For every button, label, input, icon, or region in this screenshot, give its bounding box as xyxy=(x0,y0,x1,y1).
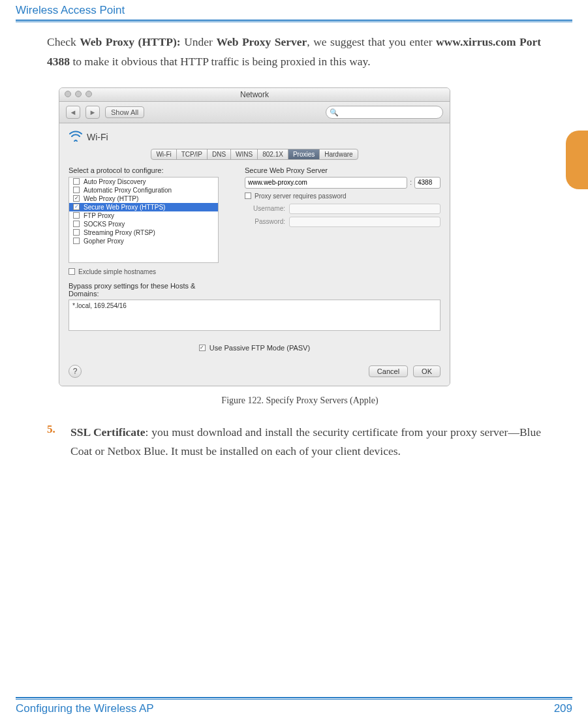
intro-bold1: Web Proxy (HTTP): xyxy=(80,35,181,48)
server-column: Secure Web Proxy Server : Proxy server r… xyxy=(245,166,441,298)
protocol-item[interactable]: SOCKS Proxy xyxy=(69,220,218,228)
requires-password-row[interactable]: Proxy server requires password xyxy=(245,193,441,200)
close-icon[interactable] xyxy=(65,91,71,97)
show-all-button[interactable]: Show All xyxy=(105,106,144,118)
protocol-item[interactable]: Gopher Proxy xyxy=(69,237,218,245)
page-content: Check Web Proxy (HTTP): Under Web Proxy … xyxy=(0,22,588,461)
config-columns: Select a protocol to configure: Auto Pro… xyxy=(69,166,441,298)
wifi-icon xyxy=(69,130,83,145)
footer-page-number: 209 xyxy=(554,702,572,715)
intro-bold2: Web Proxy Server xyxy=(216,35,307,48)
protocol-checkbox[interactable] xyxy=(73,229,80,236)
search-input[interactable]: 🔍 xyxy=(326,106,443,119)
tab-wi-fi[interactable]: Wi-Fi xyxy=(151,149,176,160)
requires-password-checkbox[interactable] xyxy=(245,193,251,199)
server-input-row: : xyxy=(245,177,441,189)
protocol-item[interactable]: Streaming Proxy (RTSP) xyxy=(69,228,218,237)
password-input[interactable] xyxy=(289,217,441,227)
bypass-textarea[interactable]: *.local, 169.254/16 xyxy=(69,300,441,331)
tab-tcp-ip[interactable]: TCP/IP xyxy=(176,149,208,160)
section-tab-marker xyxy=(566,131,588,189)
protocol-checkbox[interactable] xyxy=(73,212,80,219)
proxy-port-input[interactable] xyxy=(414,177,441,189)
protocol-checkbox[interactable]: ✓ xyxy=(73,195,80,202)
step-5: 5. SSL Certificate: you must download an… xyxy=(47,423,541,462)
intro-paragraph: Check Web Proxy (HTTP): Under Web Proxy … xyxy=(47,33,541,72)
protocol-label: Auto Proxy Discovery xyxy=(84,178,146,185)
server-header: Secure Web Proxy Server xyxy=(245,166,441,174)
protocol-label: Gopher Proxy xyxy=(84,238,124,245)
protocol-checkbox[interactable] xyxy=(73,238,80,244)
cancel-button[interactable]: Cancel xyxy=(369,365,408,377)
wifi-header: Wi-Fi xyxy=(69,130,441,145)
protocol-list[interactable]: Auto Proxy DiscoveryAutomatic Proxy Conf… xyxy=(69,177,219,263)
protocol-item[interactable]: ✓Secure Web Proxy (HTTPS) xyxy=(69,203,218,211)
protocol-item[interactable]: Auto Proxy Discovery xyxy=(69,178,218,186)
password-label: Password: xyxy=(245,218,285,225)
back-button[interactable]: ◄ xyxy=(66,106,80,119)
intro-mid2: , we suggest that you enter xyxy=(307,35,436,48)
intro-post: to make it obvious that HTTP traffic is … xyxy=(70,55,371,68)
tab-hardware[interactable]: Hardware xyxy=(319,149,358,160)
password-row: Password: xyxy=(245,217,441,227)
protocol-label: Secure Web Proxy (HTTPS) xyxy=(84,204,165,211)
step-bold-title: SSL Certificate xyxy=(70,425,146,439)
proxy-server-input[interactable] xyxy=(245,177,407,189)
protocol-checkbox[interactable] xyxy=(73,178,80,185)
panel-inner: Wi-Fi Wi-FiTCP/IPDNSWINS802.1XProxiesHar… xyxy=(59,123,450,386)
username-input[interactable] xyxy=(289,204,441,214)
mac-titlebar: Network xyxy=(59,88,450,102)
step-number: 5. xyxy=(47,423,59,462)
bypass-label: Bypass proxy settings for these Hosts & … xyxy=(69,282,219,298)
host-port-separator: : xyxy=(410,179,412,186)
tab-proxies[interactable]: Proxies xyxy=(288,149,320,160)
footer-left: Configuring the Wireless AP xyxy=(16,702,154,715)
tab-802-1x[interactable]: 802.1X xyxy=(257,149,288,160)
traffic-lights xyxy=(65,91,92,97)
requires-password-label: Proxy server requires password xyxy=(255,193,347,200)
passive-ftp-label: Use Passive FTP Mode (PASV) xyxy=(209,344,310,352)
footer-row: Configuring the Wireless AP 209 xyxy=(16,702,572,715)
protocol-label: FTP Proxy xyxy=(84,212,114,219)
ok-button[interactable]: OK xyxy=(413,365,441,377)
tab-bar: Wi-FiTCP/IPDNSWINS802.1XProxiesHardware xyxy=(69,149,441,160)
footer-rule-bottom xyxy=(16,699,572,700)
header-rule-top xyxy=(16,20,572,21)
protocol-column: Select a protocol to configure: Auto Pro… xyxy=(69,166,219,298)
exclude-checkbox[interactable] xyxy=(69,268,75,275)
passive-ftp-row[interactable]: ✓ Use Passive FTP Mode (PASV) xyxy=(69,344,441,352)
toolbar: ◄ ► Show All 🔍 xyxy=(59,102,450,123)
forward-button[interactable]: ► xyxy=(85,106,100,119)
footer-rule-top xyxy=(16,697,572,698)
protocol-item[interactable]: Automatic Proxy Configuration xyxy=(69,186,218,194)
protocol-checkbox[interactable] xyxy=(73,221,80,227)
exclude-simple-row[interactable]: Exclude simple hostnames xyxy=(69,268,219,275)
figure-container: Network ◄ ► Show All 🔍 Wi-Fi Wi-FiTCP/IP… xyxy=(59,87,541,406)
zoom-icon[interactable] xyxy=(85,91,92,97)
page-header: Wireless Access Point xyxy=(0,0,588,18)
step-text: SSL Certificate: you must download and i… xyxy=(70,423,541,462)
page-footer: Configuring the Wireless AP 209 xyxy=(16,697,572,715)
select-protocol-label: Select a protocol to configure: xyxy=(69,166,219,174)
wifi-label: Wi-Fi xyxy=(87,132,108,142)
tab-wins[interactable]: WINS xyxy=(230,149,258,160)
protocol-item[interactable]: ✓Web Proxy (HTTP) xyxy=(69,194,218,203)
protocol-checkbox[interactable]: ✓ xyxy=(73,204,80,210)
window-title: Network xyxy=(240,90,269,99)
intro-pre: Check xyxy=(47,35,80,48)
exclude-label: Exclude simple hostnames xyxy=(78,268,156,275)
tab-dns[interactable]: DNS xyxy=(207,149,231,160)
protocol-label: Streaming Proxy (RTSP) xyxy=(84,229,155,236)
mac-network-window: Network ◄ ► Show All 🔍 Wi-Fi Wi-FiTCP/IP… xyxy=(59,87,450,386)
protocol-label: SOCKS Proxy xyxy=(84,221,125,228)
passive-ftp-checkbox[interactable]: ✓ xyxy=(199,345,206,351)
username-label: Username: xyxy=(245,205,285,212)
search-icon: 🔍 xyxy=(330,108,339,117)
help-button[interactable]: ? xyxy=(69,365,82,378)
minimize-icon[interactable] xyxy=(75,91,82,97)
figure-caption: Figure 122. Specify Proxy Servers (Apple… xyxy=(59,395,541,406)
protocol-item[interactable]: FTP Proxy xyxy=(69,211,218,220)
protocol-checkbox[interactable] xyxy=(73,187,80,193)
dialog-buttons: ? Cancel OK xyxy=(69,365,441,378)
intro-mid1: Under xyxy=(181,35,217,48)
